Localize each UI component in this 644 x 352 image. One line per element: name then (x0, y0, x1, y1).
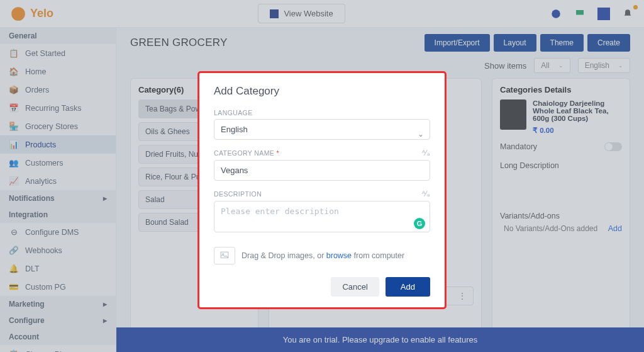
translate-icon[interactable]: ᴬ⁄ₐ (422, 149, 430, 157)
category-name-label: CATEGORY NAME *ᴬ⁄ₐ (214, 149, 430, 157)
modal-overlay: Add Category LANGUAGE ⌄ CATEGORY NAME *ᴬ… (0, 0, 644, 352)
add-category-modal: Add Category LANGUAGE ⌄ CATEGORY NAME *ᴬ… (199, 72, 445, 308)
language-label: LANGUAGE (214, 109, 430, 116)
add-button[interactable]: Add (386, 277, 430, 297)
language-select[interactable] (214, 119, 430, 140)
translate-icon[interactable]: ᴬ⁄ₐ (422, 190, 430, 198)
modal-title: Add Category (214, 85, 430, 98)
grammarly-icon[interactable]: G (414, 218, 425, 229)
cancel-button[interactable]: Cancel (331, 277, 379, 297)
browse-link[interactable]: browse (326, 251, 352, 260)
image-icon (214, 247, 235, 264)
description-label: DESCRIPTIONᴬ⁄ₐ (214, 190, 430, 198)
category-name-input[interactable] (214, 160, 430, 181)
description-input[interactable] (214, 201, 430, 232)
image-upload[interactable]: Drag & Drop images, or browse from compu… (214, 247, 430, 264)
